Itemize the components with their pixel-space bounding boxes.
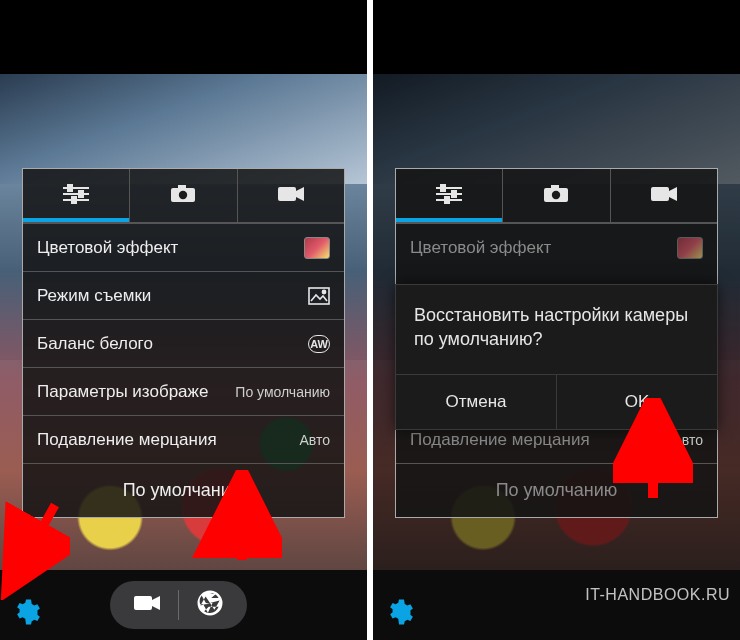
tab-photo[interactable] (502, 169, 609, 222)
label: По умолчанию (123, 480, 245, 501)
label: Цветовой эффект (410, 238, 551, 258)
svg-rect-13 (134, 596, 152, 610)
value: Авто (299, 432, 330, 448)
row-flicker[interactable]: Подавление мерцания Авто (23, 415, 344, 463)
settings-tabs (396, 169, 717, 223)
auto-wb-icon: AW (308, 335, 330, 353)
svg-rect-1 (68, 185, 72, 191)
ok-button[interactable]: OK (556, 375, 717, 429)
svg-marker-25 (669, 187, 677, 201)
tab-photo[interactable] (129, 169, 236, 222)
dialog-buttons: Отмена OK (396, 374, 717, 429)
svg-point-8 (179, 190, 187, 198)
svg-rect-5 (72, 197, 76, 203)
row-image-params[interactable]: Параметры изображе По умолчанию (23, 367, 344, 415)
cancel-button[interactable]: Отмена (396, 375, 556, 429)
settings-tabs (23, 169, 344, 223)
svg-rect-7 (178, 185, 186, 189)
settings-button[interactable] (8, 596, 44, 632)
row-reset-defaults[interactable]: По умолчанию (23, 463, 344, 517)
value: По умолчанию (235, 384, 330, 400)
color-effect-thumb-icon (304, 237, 330, 259)
mode-toggle (110, 581, 247, 629)
gear-icon (384, 597, 414, 631)
label: Баланс белого (37, 334, 153, 354)
color-effect-thumb-icon (677, 237, 703, 259)
dialog-message: Восстановить настройки камеры по умолчан… (396, 285, 717, 374)
svg-rect-3 (79, 191, 83, 197)
framed-image-icon (308, 287, 330, 305)
label: Режим съемки (37, 286, 151, 306)
video-icon (276, 184, 306, 208)
label: Подавление мерцания (410, 430, 590, 450)
svg-rect-24 (651, 187, 669, 201)
shutter-button[interactable] (179, 581, 241, 629)
svg-marker-14 (152, 596, 160, 610)
camera-icon (168, 183, 198, 209)
row-color-effect[interactable]: Цветовой эффект (396, 223, 717, 271)
shutter-icon (195, 588, 225, 622)
row-white-balance[interactable]: Баланс белого AW (23, 319, 344, 367)
row-shoot-mode[interactable]: Режим съемки (23, 271, 344, 319)
svg-rect-11 (309, 288, 329, 304)
confirm-dialog: Восстановить настройки камеры по умолчан… (395, 284, 718, 430)
svg-rect-20 (445, 197, 449, 203)
left-screenshot: Цветовой эффект Режим съемки Баланс бело… (0, 0, 367, 640)
tab-adjustments[interactable] (23, 169, 129, 222)
video-icon (649, 184, 679, 208)
svg-marker-10 (296, 187, 304, 201)
sliders-icon (61, 183, 91, 209)
label: Параметры изображе (37, 382, 208, 402)
svg-point-12 (322, 290, 325, 293)
svg-rect-22 (551, 185, 559, 189)
tab-video[interactable] (610, 169, 717, 222)
tab-video[interactable] (237, 169, 344, 222)
mode-video-button[interactable] (116, 581, 178, 629)
right-screenshot: Цветовой эффект . . . Подавление мерцани… (373, 0, 740, 640)
sliders-icon (434, 183, 464, 209)
label: Подавление мерцания (37, 430, 217, 450)
value: Авто (672, 432, 703, 448)
tab-adjustments[interactable] (396, 169, 502, 222)
status-bar (0, 0, 367, 24)
label: По умолчанию (496, 480, 618, 501)
gear-icon (11, 597, 41, 631)
svg-rect-18 (452, 191, 456, 197)
bottom-bar (373, 570, 740, 640)
video-icon (132, 593, 162, 617)
settings-button[interactable] (381, 596, 417, 632)
row-color-effect[interactable]: Цветовой эффект (23, 223, 344, 271)
svg-point-23 (552, 190, 560, 198)
camera-icon (541, 183, 571, 209)
camera-settings-panel: Цветовой эффект Режим съемки Баланс бело… (22, 168, 345, 518)
row-reset-defaults[interactable]: По умолчанию (396, 463, 717, 517)
label: Цветовой эффект (37, 238, 178, 258)
bottom-bar (0, 570, 367, 640)
svg-rect-16 (441, 185, 445, 191)
svg-rect-9 (278, 187, 296, 201)
